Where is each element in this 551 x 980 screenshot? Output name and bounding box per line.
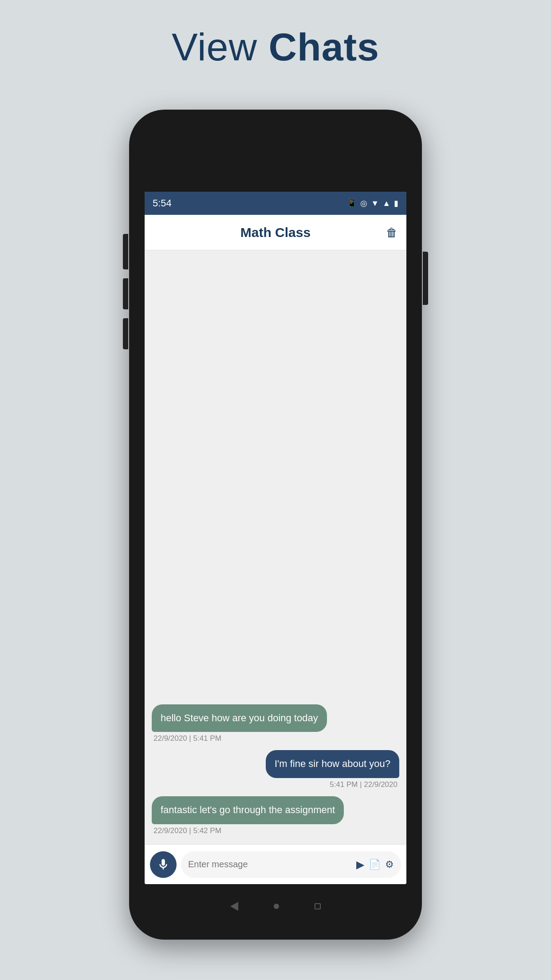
title-normal: View: [172, 25, 269, 69]
phone-nav-bar: [129, 889, 422, 924]
volume-up-button: [123, 278, 128, 309]
message-text-2: I'm fine sir how about you?: [275, 758, 390, 769]
back-button[interactable]: [230, 902, 238, 911]
status-bar: 5:54 📱 ◎ ▼ ▲ ▮: [145, 192, 406, 215]
page-title: View Chats: [172, 24, 379, 70]
mic-icon: [157, 858, 170, 871]
message-input-container: ▶ 📄 ⚙: [181, 851, 401, 878]
signal-bars-icon: ▲: [382, 199, 390, 208]
message-text-3: fantastic let's go through the assignmen…: [161, 804, 335, 815]
status-icons: 📱 ◎ ▼ ▲ ▮: [347, 198, 398, 208]
timestamp-3: 22/9/2020 | 5:42 PM: [152, 826, 223, 835]
input-bar: ▶ 📄 ⚙: [145, 844, 406, 884]
status-time: 5:54: [153, 198, 172, 209]
title-bold: Chats: [269, 25, 380, 69]
phone-screen: 5:54 📱 ◎ ▼ ▲ ▮ Math Class 🗑 hello Steve …: [145, 192, 406, 884]
wifi-signal-icon: ▼: [371, 199, 379, 208]
sim-icon: 📱: [347, 198, 357, 208]
app-header: Math Class 🗑: [145, 215, 406, 250]
delete-button[interactable]: 🗑: [386, 225, 398, 239]
battery-icon: ▮: [394, 198, 398, 208]
message-group-3: fantastic let's go through the assignmen…: [152, 796, 399, 835]
message-group-2: I'm fine sir how about you? 5:41 PM | 22…: [152, 750, 399, 789]
send-button[interactable]: ▶: [356, 858, 364, 871]
bubble-outgoing-2: I'm fine sir how about you?: [266, 750, 399, 778]
timestamp-1: 22/9/2020 | 5:41 PM: [152, 734, 223, 743]
volume-down-button: [123, 318, 128, 349]
chat-area: hello Steve how are you doing today 22/9…: [145, 250, 406, 844]
message-text-1: hello Steve how are you doing today: [161, 712, 318, 723]
home-button[interactable]: [274, 904, 279, 909]
mic-button[interactable]: [150, 851, 177, 878]
phone-device: 5:54 📱 ◎ ▼ ▲ ▮ Math Class 🗑 hello Steve …: [129, 110, 422, 940]
bubble-incoming-3: fantastic let's go through the assignmen…: [152, 796, 344, 824]
chat-title: Math Class: [240, 225, 311, 240]
settings-button[interactable]: ⚙: [385, 859, 394, 870]
recents-button[interactable]: [315, 903, 321, 909]
bubble-incoming-1: hello Steve how are you doing today: [152, 704, 327, 732]
message-input[interactable]: [188, 859, 352, 869]
message-group-1: hello Steve how are you doing today 22/9…: [152, 704, 399, 743]
circle-icon: ◎: [360, 198, 367, 208]
attach-button[interactable]: 📄: [369, 859, 381, 870]
timestamp-2: 5:41 PM | 22/9/2020: [328, 780, 399, 789]
